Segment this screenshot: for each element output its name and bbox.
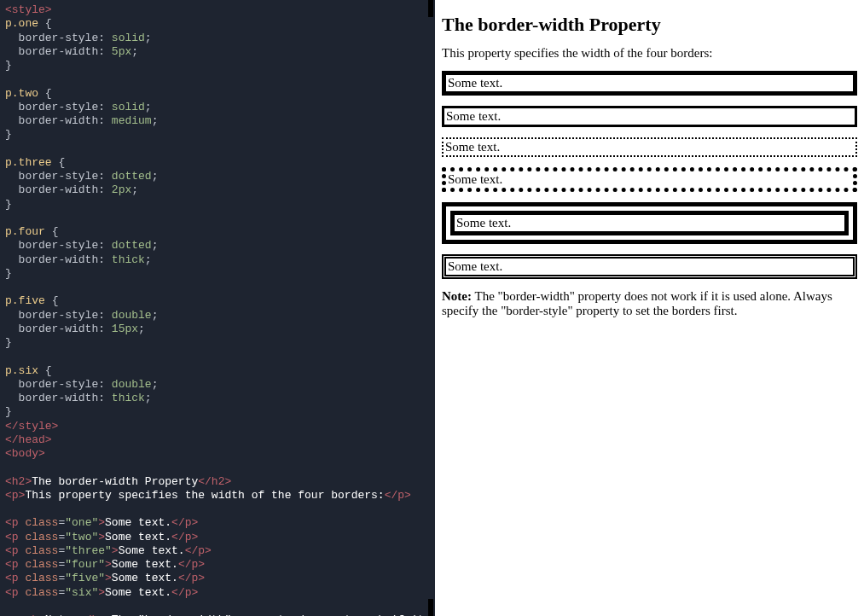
preview-sample-two: Some text.	[442, 106, 857, 127]
preview-sample-four: Some text.	[442, 167, 857, 192]
split-divider[interactable]	[426, 0, 435, 616]
note-label: Note:	[442, 289, 472, 303]
preview-sample-six: Some text.	[442, 254, 857, 279]
preview-heading: The border-width Property	[442, 14, 857, 36]
preview-pane: The border-width Property This property …	[435, 0, 864, 616]
preview-sample-five: Some text.	[442, 202, 857, 244]
preview-sample-one: Some text.	[442, 71, 857, 96]
source-code[interactable]: <style> p.one { border-style: solid; bor…	[5, 3, 421, 616]
preview-note: Note: The "border-width" property does n…	[442, 289, 857, 318]
note-text: The "border-width" property does not wor…	[442, 289, 832, 317]
preview-intro: This property specifies the width of the…	[442, 46, 857, 61]
preview-sample-three: Some text.	[442, 137, 857, 157]
code-editor-pane[interactable]: <style> p.one { border-style: solid; bor…	[0, 0, 426, 616]
